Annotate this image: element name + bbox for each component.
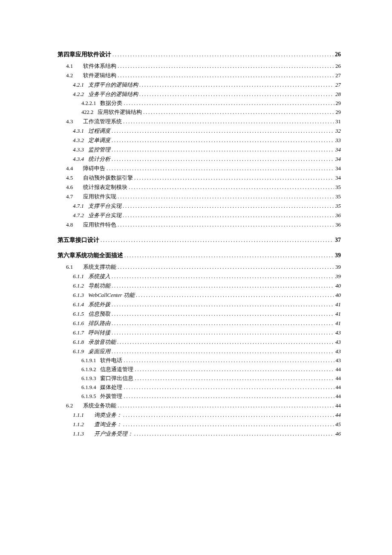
toc-entry: 4.7.1支撑平台实现35 [58,202,341,210]
toc-entry-title: 第六章系统功能全面描述 [58,252,124,259]
toc-entry-page: 43 [334,348,341,355]
toc-entry-number: 6.1.9.4 [81,384,96,390]
toc-entry-text: 窗口弹出信息 [100,375,133,381]
toc-entry-title: 4.7.1支撑平台实现 [73,202,123,210]
toc-entry: 4.4障碍申告34 [58,165,341,172]
toc-leader-dots [123,421,334,428]
toc-entry-number: 4.6 [66,184,73,190]
toc-entry-text: 业务平台的逻辑结构 [88,91,138,97]
toc-leader-dots [112,137,334,144]
toc-entry-text: 系统功能全面描述 [75,252,123,259]
toc-entry-page: 28 [334,91,341,98]
toc-entry-number: 4.5 [66,174,73,181]
toc-leader-dots [134,175,334,182]
toc-leader-dots [112,52,334,58]
toc-entry-title: 6.1系统支撑功能 [66,263,118,271]
toc-entry-page: 36 [334,212,341,219]
toc-entry-number: 6.1.8 [73,339,84,345]
toc-entry-text: 应用软件逻辑结构 [98,109,142,115]
toc-leader-dots [139,82,334,89]
toc-entry-text: 定单调度 [88,137,110,143]
toc-entry-text: 软件逻辑结构 [83,72,116,78]
toc-leader-dots [118,222,334,229]
toc-entry-number: 4.2.2.1 [81,100,96,106]
toc-entry-title: 6.1.1系统接入 [73,273,112,280]
toc-entry-number: 4.7 [66,193,73,200]
toc-entry: 4.6统计报表定制模块35 [58,183,341,191]
toc-entry-number: 1.1.2 [73,421,84,427]
toc-entry-number: 4.3.1 [73,128,84,134]
toc-leader-dots [112,128,334,135]
toc-entry-title: 4.4障碍申告 [66,165,107,172]
toc-entry-title: 4.3.2定单调度 [73,137,112,144]
toc-entry-number: 4.7.2 [73,212,84,218]
toc-entry-text: 应用软件实现 [83,193,116,200]
toc-entry-page: 37 [334,237,341,244]
toc-entry-page: 44 [334,384,341,391]
toc-entry-text: 桌面应用 [88,348,110,355]
toc-entry-text: WebCallCenter 功能 [88,292,135,298]
toc-entry-text: 媒体处理 [100,384,122,390]
toc-entry-text: 应用软件设计 [75,51,111,58]
toc-entry-text: 查询业务： [94,421,122,427]
toc-entry-page: 35 [334,184,341,191]
toc-entry: 6.1.2导航功能40 [58,282,341,290]
toc-entry-title: 4.2.1支撑平台的逻辑结构 [73,81,139,89]
toc-entry-page: 29 [334,109,341,116]
toc-entry: 6.1.9.5外拨管理44 [58,393,341,400]
toc-entry-title: 4.8应用软件特色 [66,221,118,229]
toc-entry: 6.1.1系统接入39 [58,273,341,280]
toc-entry-number: 6.1.6 [73,320,84,326]
toc-entry-text: 系统接入 [88,273,110,279]
toc-leader-dots [118,194,334,200]
toc-entry-page: 40 [334,292,341,299]
toc-entry-number: 4.2 [66,72,73,78]
toc-entry: 6.1.4系统外拨41 [58,301,341,308]
toc-entry: 1.1.3开户业务受理：46 [58,430,341,438]
toc-entry-number: 1.1.1 [73,412,84,418]
toc-entry-text: 呼叫转接 [88,329,110,336]
toc-entry: 4.1软件体系结构26 [58,62,341,70]
toc-entry: 6.1.9桌面应用43 [58,348,341,355]
toc-leader-dots [112,330,334,337]
toc-entry-page: 43 [334,339,341,346]
toc-leader-dots [112,302,334,308]
toc-leader-dots [124,253,334,259]
toc-entry-text: 统计分析 [88,156,110,162]
toc-entry-title: 4.3工作流管理系统 [66,118,123,125]
toc-entry-number: 4.8 [66,221,73,228]
toc-entry: 第六章系统功能全面描述39 [58,252,341,259]
toc-entry: 6.1.9.1软件电话43 [58,357,341,364]
toc-leader-dots [124,100,334,107]
toc-entry-title: 6.1.9.4媒体处理 [81,384,124,391]
toc-leader-dots [124,384,334,391]
toc-entry-title: 4.1软件体系结构 [66,62,118,70]
toc-leader-dots [135,375,334,382]
toc-entry: 1.1.1询类业务：44 [58,411,341,419]
toc-entry: 6.1.9.4媒体处理44 [58,384,341,391]
toc-entry-number: 6.1.9.3 [81,375,96,381]
toc-entry-number: 6.1.9.2 [81,366,96,372]
toc-entry: 4.2.2.1数据分类29 [58,100,341,107]
toc-entry-page: 39 [334,252,341,259]
toc-leader-dots [117,339,334,346]
toc-leader-dots [112,311,334,318]
toc-entry-text: 工作流管理系统 [83,118,122,125]
toc-leader-dots [101,237,334,244]
toc-entry-text: 自动预外拨数据引擎 [83,174,133,181]
toc-entry: 6.1.3WebCallCenter 功能40 [58,291,341,299]
toc-leader-dots [124,393,334,400]
toc-leader-dots [118,403,334,410]
toc-entry-text: 支撑平台的逻辑结构 [88,81,138,88]
toc-entry-text: 支撑平台实现 [88,203,121,209]
toc-entry-title: 6.1.9桌面应用 [73,348,112,355]
toc-entry-number: 6.1.9.5 [81,393,96,399]
toc-entry-title: 4.2.2业务平台的逻辑结构 [73,90,139,98]
toc-entry-page: 35 [334,193,341,200]
table-of-contents: 第四章应用软件设计264.1软件体系结构264.2软件逻辑结构274.2.1支撑… [58,51,341,438]
toc-entry-title: 6.1.9.1软件电话 [81,357,124,364]
toc-entry-title: 6.1.8录放音功能 [73,338,117,346]
toc-leader-dots [143,109,334,116]
toc-entry: 6.1.6排队路由41 [58,320,341,327]
toc-leader-dots [135,366,334,373]
